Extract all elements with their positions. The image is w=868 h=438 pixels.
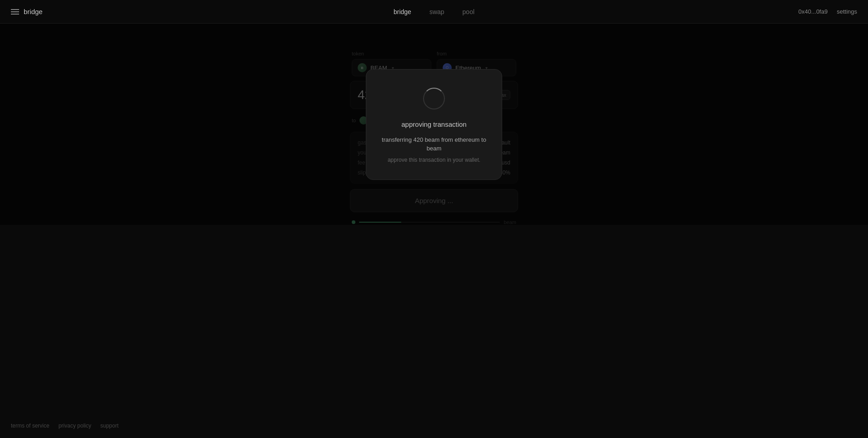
footer: terms of service privacy policy support xyxy=(11,423,119,429)
modal-hint: approve this transaction in your wallet. xyxy=(381,157,487,163)
footer-privacy[interactable]: privacy policy xyxy=(59,423,91,429)
approving-modal: approving transaction transferring 420 b… xyxy=(366,69,502,180)
spinner-container xyxy=(381,88,487,110)
modal-overlay: approving transaction transferring 420 b… xyxy=(0,24,868,225)
wallet-address[interactable]: 0x40...0fa9 xyxy=(798,8,828,15)
modal-description: transferring 420 beam from ethereum to b… xyxy=(381,135,487,153)
nav-bridge[interactable]: bridge xyxy=(394,8,411,15)
main-content: token B BEAM ▾ from ⬡ Ethereum ▾ 420 max xyxy=(0,24,868,225)
menu-icon[interactable] xyxy=(11,9,19,15)
header-right: 0x40...0fa9 settings xyxy=(798,8,857,15)
nav-swap[interactable]: swap xyxy=(429,8,444,15)
settings-link[interactable]: settings xyxy=(837,8,857,15)
footer-terms[interactable]: terms of service xyxy=(11,423,50,429)
nav-pool[interactable]: pool xyxy=(463,8,474,15)
main-nav: bridge swap pool xyxy=(394,8,474,15)
footer-support[interactable]: support xyxy=(100,423,119,429)
loading-spinner xyxy=(423,88,445,110)
header-left: bridge xyxy=(11,8,43,15)
header: bridge bridge swap pool 0x40...0fa9 sett… xyxy=(0,0,868,24)
logo-text: bridge xyxy=(24,8,43,15)
modal-title: approving transaction xyxy=(381,120,487,128)
